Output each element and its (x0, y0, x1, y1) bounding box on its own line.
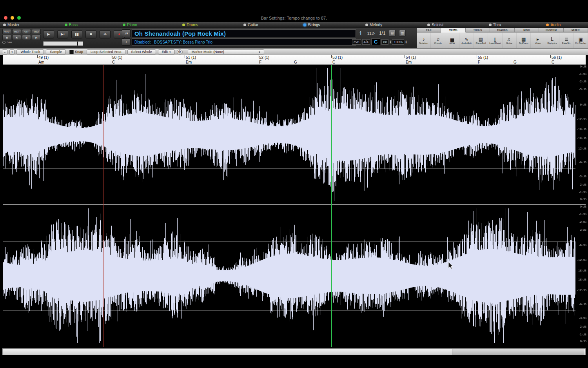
ribbon-button-fakesh[interactable]: ≣FakeSh. (559, 33, 573, 48)
ribbon-tab-file[interactable]: FILE (417, 28, 441, 33)
marker-line-red[interactable] (103, 65, 103, 347)
song-position-bar[interactable] (43, 41, 83, 46)
horizontal-scrollbar[interactable] (2, 348, 586, 355)
tempo-display[interactable]: 88 (381, 39, 388, 45)
track-status-dot (65, 24, 67, 26)
open-file-icon-button-2[interactable]: ▣ (22, 35, 31, 40)
style-info-box[interactable]: Disabled: _BOSSAPT.STY: Bossa Piano Trio (132, 38, 356, 46)
song-title-menu-button[interactable]: ♪▾ (122, 29, 131, 37)
zoom-stepper[interactable]: ▴▾ (405, 40, 407, 44)
ribbon-tab-views[interactable]: VIEWS (441, 28, 465, 33)
track-button-piano[interactable]: Piano (123, 23, 137, 27)
play-button[interactable]: ▶ (43, 30, 54, 38)
track-label: Master (7, 23, 20, 27)
bar-number-label: 54 (1) (406, 55, 416, 60)
stop-button[interactable]: ■ (85, 30, 96, 38)
feel-indicator[interactable]: ev8 (352, 39, 361, 45)
ribbon-button-audioedit[interactable]: ∿AudioEdit (459, 33, 474, 48)
track-status-dot (123, 24, 125, 26)
time-signature[interactable]: 4/4 (362, 39, 370, 45)
sample-button[interactable]: Sample (46, 49, 66, 55)
db-scale-left-channel: 0 dB-1 dB-2 dB-3 dB-6 dB-12 dB-18 dB-18 … (575, 66, 587, 204)
ribbon-button-chdisplay[interactable]: ▣Ch.Display (574, 33, 588, 48)
snap-control[interactable]: Snap (69, 50, 83, 54)
settings-gear-button[interactable]: ⚙ (177, 49, 183, 55)
scrollbar-thumb[interactable] (452, 349, 584, 355)
play-from-button[interactable]: ▶• (57, 30, 68, 38)
eject-button[interactable]: ⏏ (100, 30, 111, 38)
track-button-soloist[interactable]: Soloist (427, 23, 443, 27)
guitar-icon: ♬ (507, 37, 512, 42)
ribbon-tab-misc[interactable]: MISC (515, 28, 539, 33)
track-button-master[interactable]: Master (3, 23, 20, 27)
daw-toggle[interactable]: DAW (2, 41, 41, 44)
zoom-display[interactable]: 100% (392, 39, 404, 45)
ribbon-button-chords[interactable]: ♫Chords (431, 33, 445, 48)
bar-number-label: 51 (1) (186, 55, 196, 60)
view-collapse-button[interactable]: – (2, 49, 7, 55)
window-zoom-button[interactable] (17, 16, 21, 20)
stepper-down-icon: ▾ (405, 42, 407, 44)
edit-menu-button[interactable]: Edit▾ (158, 49, 175, 55)
marker-line-green[interactable] (331, 65, 332, 347)
daw-checkbox (2, 41, 5, 44)
track-button-thru[interactable]: Thru (489, 23, 501, 27)
save-file-icon-button[interactable]: ◩ (12, 35, 21, 40)
bar-tick (111, 55, 111, 58)
mini-page-button-2[interactable]: ▥ (399, 30, 406, 36)
key-display[interactable]: C (371, 38, 380, 45)
window-minimize-button[interactable] (11, 16, 14, 20)
song-metrics-group: ev8 4/4 C 88 ▴▾ 100% ▴▾ (352, 38, 407, 45)
ribbon-icon-label: LeadSheet (489, 42, 501, 44)
snap-checkbox[interactable] (69, 50, 74, 54)
mini-page-button-1[interactable]: ▤ (389, 30, 396, 36)
ribbon-tab-tracks[interactable]: TRACKS (490, 28, 514, 33)
ribbon-button-leadsheet[interactable]: ▯LeadSheet (488, 33, 502, 48)
track-button-melody[interactable]: Melody (365, 23, 382, 27)
tempo-stepper[interactable]: ▴▾ (390, 40, 391, 44)
bar-ruler[interactable]: 49 (1)Am50 (1)C51 (1)Em52 (1)F53 (1)C54 … (3, 55, 586, 65)
select-whole-button[interactable]: Select Whole (127, 49, 156, 55)
song-title-box[interactable]: Oh Shenandoah (Pop Rock Mix) (132, 29, 356, 37)
style-menu-button[interactable]: ♪ (122, 38, 131, 46)
track-button-bass[interactable]: Bass (65, 23, 78, 27)
ribbon-tab-mixer[interactable]: MIXER (564, 28, 588, 33)
window-close-button[interactable] (4, 16, 7, 20)
save-file-icon-button-2[interactable]: ◩ (32, 35, 41, 40)
chord-label: Em (406, 60, 412, 64)
ribbon-button-pianoroll[interactable]: ▤PianoRoll (474, 33, 488, 48)
file-button-wav[interactable]: WAV (2, 29, 11, 34)
db-scale-label: -18 dB (577, 137, 586, 140)
db-scale-label: 0 dB (580, 197, 586, 201)
pause-button[interactable]: ▮▮ (71, 30, 82, 38)
file-button-mr[interactable]: M&R (12, 29, 21, 34)
ribbon-button-biglyrics[interactable]: LBigLyrics (545, 33, 559, 48)
file-button-aiff[interactable]: AIFF (22, 29, 31, 34)
file-button-midi[interactable]: MIDI (32, 29, 41, 34)
view-mode-dropdown[interactable]: ▾ (9, 49, 15, 55)
track-button-audio[interactable]: Audio (546, 23, 561, 27)
waveform-channel-left[interactable] (3, 66, 575, 204)
marker-mode-dropdown[interactable]: Marker Mode (None)▾ (188, 49, 264, 55)
track-button-guitar[interactable]: Guitar (243, 23, 258, 27)
acw-icon: ▅ (450, 37, 454, 42)
dash-icon: – (4, 50, 5, 54)
track-label: Guitar (248, 23, 258, 27)
waveform-channel-right[interactable] (3, 206, 575, 346)
track-button-drums[interactable]: Drums (182, 23, 198, 27)
ribbon-button-acw[interactable]: ▅ACW (445, 33, 459, 48)
ribbon-tab-tools[interactable]: TOOLS (466, 28, 490, 33)
ribbon-button-notation[interactable]: ♪Notation (417, 33, 431, 48)
ribbon-tab-custom[interactable]: CUSTOM (539, 28, 563, 33)
whole-track-button[interactable]: Whole Track (16, 49, 44, 55)
chevron-down-icon: ▾ (11, 50, 13, 54)
open-file-icon-button[interactable]: ▣ (2, 35, 11, 40)
track-status-dot (427, 24, 430, 26)
track-button-strings[interactable]: Strings (303, 23, 320, 27)
ribbon-button-guitar[interactable]: ♬Guitar (503, 33, 517, 48)
db-scale-label: -2 dB (579, 325, 586, 328)
loop-selected-area-button[interactable]: Loop Selected Area (87, 49, 125, 55)
ribbon-button-video[interactable]: ▸Video (531, 33, 545, 48)
video-icon: ▸ (537, 37, 539, 42)
ribbon-button-bigpiano[interactable]: ▦BigPiano (517, 33, 531, 48)
